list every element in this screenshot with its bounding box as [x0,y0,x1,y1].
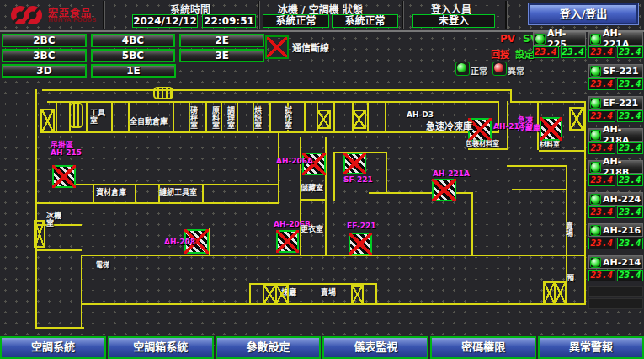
run-led-icon [590,257,601,268]
sv-value: 23.4 [617,270,644,281]
wall-segment [539,150,586,152]
wall-segment [111,101,113,133]
nav-button-4[interactable]: 儀表監視 [322,336,428,359]
comm-loss-x-icon [265,35,289,59]
room-label: 更衣室 [301,226,323,233]
room-label: 賣場 [565,222,572,237]
system-date-value: 2024/12/12 [132,14,198,28]
device-name-panel-ah-214[interactable]: AH-214 [588,255,643,269]
offline-marker-ef-221[interactable] [349,233,372,255]
run-led-icon [590,98,601,109]
room-label: 磅秤室 [189,106,197,129]
sv-value: 23.4 [617,78,644,90]
x-cell [42,110,53,131]
stair-x-symbol [352,110,366,129]
pv-value: 23.4 [588,46,615,58]
sv-value: 23.4 [617,46,644,58]
device-name: AH-216 [603,225,641,236]
hunya-logo-icon [7,3,45,28]
pv-value: 23.4 [588,270,615,281]
sv-value: 23.4 [561,46,587,58]
sv-value: 23.4 [617,110,644,122]
wall-segment [81,303,586,305]
device-values-ah-216: 23.423.4 [588,238,643,249]
wall-segment [53,184,279,185]
marker-label-ah-221a: AH-221A [433,170,470,178]
wall-segment [367,101,369,133]
floor-button-3d[interactable]: 3D [2,64,87,78]
offline-marker-ah-206b[interactable] [276,230,299,253]
ahu-status-value: 系統正常 [332,14,398,28]
wall-segment [81,255,82,329]
x-cell [275,286,288,303]
device-name-panel-ah-216[interactable]: AH-216 [588,223,643,237]
wall-segment [205,101,207,133]
logo-subtitle: HUNYA FOODS [48,17,96,24]
empty-device-slot [588,298,643,309]
floor-button-2e[interactable]: 2E [179,34,264,47]
x-cell [554,283,565,303]
header-divider [505,1,508,29]
stair-x-symbol [263,284,289,304]
offline-marker-ah-221a[interactable] [432,179,456,201]
wall-segment [202,184,204,204]
room-label: 賣場 [321,289,336,297]
floor-button-3e[interactable]: 3E [179,49,264,62]
device-values-ah-218a: 23.423.4 [588,142,643,154]
device-name: AH-214 [603,257,641,268]
floor-button-3bc[interactable]: 3BC [2,49,87,62]
room-label: 電梯 [96,261,109,269]
floor-button-row: 3D1E [2,64,264,78]
x-cell [353,287,362,303]
abnormal-legend: 異常 [508,64,524,77]
run-led-icon [590,162,601,173]
device-name-panel-ah-218a[interactable]: AH-218A [588,128,643,142]
header-divider [103,1,105,29]
wall-segment [369,192,473,194]
nav-button-6[interactable]: 異常警報 [538,336,644,359]
device-name-panel[interactable]: AH-225 [533,32,586,46]
room-label: 縫紉工具室 [159,189,197,196]
sv-name-legend: 設定 [515,47,534,61]
wall-segment [375,283,377,305]
x-cell [35,222,44,246]
login-logout-button[interactable]: 登入/登出 [529,3,638,24]
floor-button-1e[interactable]: 1E [91,64,176,78]
offline-marker-freezer[interactable] [540,117,562,141]
header-divider [402,1,404,29]
device-name-panel-sf-221[interactable]: SF-221 [588,64,643,78]
x-cell [545,283,554,303]
floor-button-5bc[interactable]: 5BC [91,49,176,62]
nav-button-5[interactable]: 密碼權限 [430,336,536,359]
nav-button-3[interactable]: 參數設定 [216,336,322,359]
wall-segment [56,101,57,133]
room-label: 原料室 [211,106,219,129]
nav-button-1[interactable]: 空調系統 [0,336,106,359]
floor-button-4bc[interactable]: 4BC [91,34,176,47]
nav-button-2[interactable]: 空調箱系統 [108,336,214,359]
x-cell [318,111,329,127]
empty-device-slot [588,286,643,297]
pv-value: 23.4 [588,238,615,249]
floor-button-row: 3BC5BC3E [2,49,264,62]
normal-led-icon [455,62,470,76]
wall-segment [510,101,586,103]
wall-segment [278,131,279,204]
wall-segment [333,152,335,201]
wall-segment [237,101,238,133]
wall-segment [86,101,88,133]
marker-label-sf-221: SF-221 [343,176,373,184]
marker-label-ah-215: 吊掛區AH-215 [51,142,82,157]
device-name-panel-ah-221a[interactable]: AH-221A [588,32,643,46]
device-name-panel-ah-224[interactable]: AH-224 [588,192,643,206]
wall-segment [42,89,512,91]
offline-marker-ah-215[interactable] [52,165,76,188]
chiller-status-value: 系統正常 [263,14,329,28]
stair-x-symbol [40,109,55,133]
device-name-panel-ef-221[interactable]: EF-221 [588,96,643,110]
offline-marker-sf-221[interactable] [343,153,366,174]
floor-button-2bc[interactable]: 2BC [2,34,87,47]
device-name-panel-ah-218b[interactable]: AH-218B [588,160,643,174]
wall-segment [249,283,251,305]
device-values-sf-221: 23.423.4 [588,78,643,90]
